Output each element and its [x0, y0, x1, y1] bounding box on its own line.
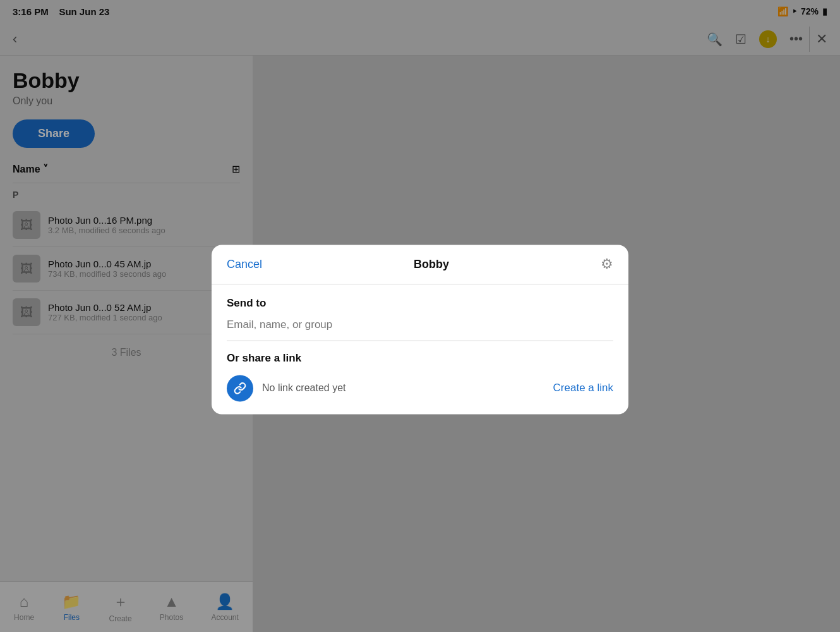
link-icon	[227, 375, 253, 401]
send-to-label: Send to	[227, 297, 613, 310]
link-row: No link created yet Create a link	[227, 375, 613, 401]
create-link-button[interactable]: Create a link	[553, 382, 613, 394]
gear-icon[interactable]: ⚙	[601, 256, 613, 272]
share-modal: Cancel Bobby ⚙ Send to Or share a link N…	[212, 245, 628, 414]
modal-body: Send to Or share a link No link created …	[212, 284, 628, 414]
no-link-text: No link created yet	[262, 382, 346, 394]
modal-header: Cancel Bobby ⚙	[212, 245, 628, 284]
send-to-input[interactable]	[227, 319, 613, 341]
link-left: No link created yet	[227, 375, 346, 401]
modal-title: Bobby	[414, 258, 449, 271]
cancel-button[interactable]: Cancel	[227, 258, 262, 271]
or-share-label: Or share a link	[227, 352, 613, 365]
